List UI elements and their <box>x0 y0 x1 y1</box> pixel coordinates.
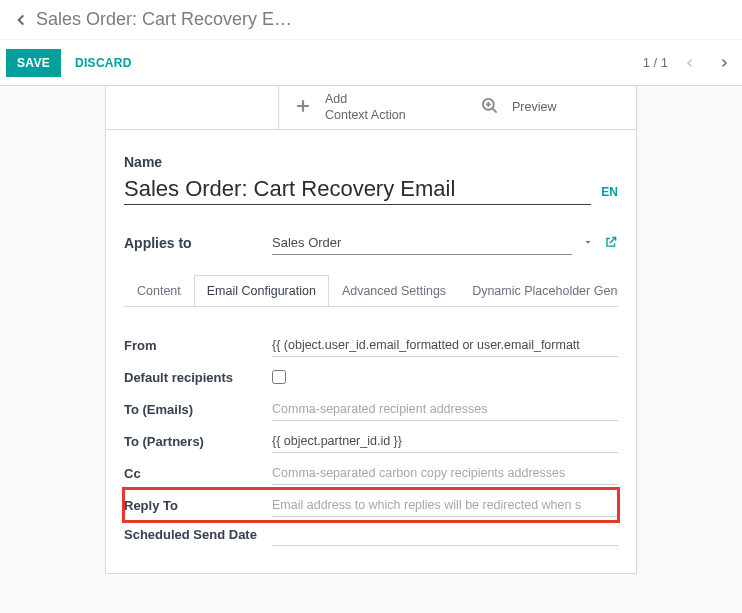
scheduled-send-input[interactable] <box>272 523 618 546</box>
chevron-down-icon[interactable] <box>582 236 594 251</box>
save-button[interactable]: SAVE <box>6 49 61 77</box>
add-context-line2: Context Action <box>325 108 406 122</box>
external-link-icon[interactable] <box>604 235 618 252</box>
pager-next-icon[interactable] <box>712 51 736 75</box>
reply-to-label: Reply To <box>124 498 272 513</box>
to-partners-label: To (Partners) <box>124 434 272 449</box>
applies-to-input[interactable] <box>272 231 572 255</box>
action-bar: SAVE DISCARD 1 / 1 <box>0 40 742 85</box>
tabs: Content Email Configuration Advanced Set… <box>124 275 618 307</box>
to-partners-input[interactable] <box>272 430 618 453</box>
tab-content[interactable]: Content <box>124 275 194 306</box>
card-spacer <box>106 86 278 129</box>
from-label: From <box>124 338 272 353</box>
to-emails-input[interactable] <box>272 398 618 421</box>
form-card: Add Context Action Preview Name EN <box>105 86 637 574</box>
name-input[interactable] <box>124 174 591 205</box>
preview-label: Preview <box>512 100 556 116</box>
magnify-plus-icon <box>480 96 500 119</box>
language-link[interactable]: EN <box>601 185 618 205</box>
scheduled-send-label: Scheduled Send Date <box>124 523 272 544</box>
reply-to-input[interactable] <box>272 494 618 517</box>
from-input[interactable] <box>272 334 618 357</box>
add-context-line1: Add <box>325 92 347 106</box>
pager-text: 1 / 1 <box>643 55 668 70</box>
breadcrumb-bar: Sales Order: Cart Recovery E… <box>0 0 742 40</box>
add-context-action-button[interactable]: Add Context Action <box>278 86 466 129</box>
name-label: Name <box>124 154 618 170</box>
plus-icon <box>293 96 313 119</box>
cc-label: Cc <box>124 466 272 481</box>
tab-email-configuration[interactable]: Email Configuration <box>194 275 329 307</box>
tab-advanced-settings[interactable]: Advanced Settings <box>329 275 459 306</box>
discard-button[interactable]: DISCARD <box>61 50 146 76</box>
preview-button[interactable]: Preview <box>466 86 636 129</box>
back-arrow-icon[interactable] <box>12 10 32 30</box>
applies-to-label: Applies to <box>124 235 272 251</box>
cc-input[interactable] <box>272 462 618 485</box>
default-recipients-checkbox[interactable] <box>272 370 286 384</box>
pager-prev-icon[interactable] <box>678 51 702 75</box>
default-recipients-label: Default recipients <box>124 370 272 385</box>
tab-dynamic-placeholder[interactable]: Dynamic Placeholder Generator <box>459 275 618 306</box>
to-emails-label: To (Emails) <box>124 402 272 417</box>
breadcrumb-title: Sales Order: Cart Recovery E… <box>36 9 292 30</box>
